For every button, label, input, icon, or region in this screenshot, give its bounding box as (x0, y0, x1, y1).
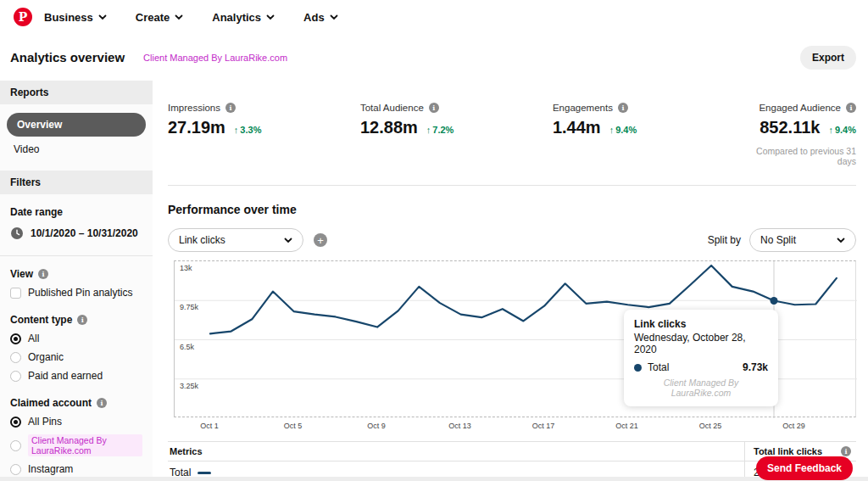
up-arrow-icon: ↑ (426, 125, 431, 135)
info-icon[interactable]: i (77, 315, 87, 325)
chevron-down-icon (330, 13, 338, 21)
radio[interactable] (10, 371, 21, 382)
radio[interactable] (10, 352, 21, 363)
stat-delta: ↑7.2% (426, 125, 454, 135)
metrics-table: Metrics Total link clicks i Total 280,23… (168, 441, 856, 481)
option-client-managed[interactable]: Client Managed By LauraRike.com (0, 431, 153, 460)
option-content-paid-earned[interactable]: Paid and earned (0, 366, 153, 385)
nav-item-analytics[interactable]: Analytics (212, 11, 275, 24)
chevron-down-icon (284, 236, 292, 244)
nav-item-ads[interactable]: Ads (303, 11, 338, 24)
x-tick-label: Oct 13 (448, 422, 471, 430)
chart-x-axis-labels: Oct 1Oct 5Oct 9Oct 13Oct 17Oct 21Oct 25O… (174, 417, 856, 433)
chart-tooltip: Link clicks Wednesday, October 28, 2020 … (624, 310, 778, 406)
stat-value: 27.19m (168, 118, 225, 137)
date-range-picker[interactable]: 10/1/2020 – 10/31/2020 (0, 221, 153, 249)
info-icon[interactable]: i (846, 103, 856, 113)
info-icon[interactable]: i (429, 103, 439, 113)
radio-selected[interactable] (10, 417, 21, 428)
y-tick-label: 13k (180, 264, 192, 272)
x-tick-label: Oct 9 (367, 422, 386, 430)
radio-selected[interactable] (10, 333, 21, 344)
x-tick-label: Oct 1 (200, 422, 219, 430)
split-by-label: Split by (708, 234, 741, 246)
add-metric-button[interactable]: + (314, 233, 327, 247)
stat-value: 12.88m (360, 118, 418, 137)
y-tick-label: 6.5k (180, 343, 195, 351)
page-header: Analytics overview Client Managed By Lau… (0, 34, 868, 81)
metric-dropdown[interactable]: Link clicks (168, 228, 303, 252)
table-header-row: Metrics Total link clicks i (168, 442, 856, 461)
date-range-label: Date range (0, 194, 153, 221)
info-icon[interactable]: i (841, 446, 851, 456)
sidebar: Reports Overview Video Filters Date rang… (0, 81, 153, 481)
stat-delta: ↑9.4% (609, 125, 637, 135)
nav-item-label: Ads (303, 11, 325, 24)
option-published-pin-analytics[interactable]: Published Pin analytics (0, 283, 153, 302)
info-icon[interactable]: i (618, 103, 628, 113)
chevron-down-icon (98, 13, 107, 21)
chevron-down-icon (175, 13, 183, 21)
stat-value: 852.11k (760, 118, 820, 137)
sidebar-item-overview[interactable]: Overview (7, 113, 146, 137)
stats-row: Impressionsi 27.19m ↑3.3% Total Audience… (168, 81, 856, 166)
bottom-strip (0, 477, 868, 481)
split-by-dropdown[interactable]: No Split (749, 228, 856, 252)
chevron-down-icon (837, 236, 845, 244)
up-arrow-icon: ↑ (828, 125, 833, 135)
option-instagram[interactable]: Instagram (0, 460, 153, 478)
info-icon[interactable]: i (97, 398, 107, 408)
tooltip-series-label: Total (648, 361, 669, 373)
page-title: Analytics overview (10, 50, 125, 64)
send-feedback-button[interactable]: Send Feedback (756, 456, 853, 480)
tooltip-value: 9.73k (743, 361, 768, 373)
radio[interactable] (10, 464, 21, 475)
nav-item-label: Business (44, 11, 93, 24)
value-column-header: Total link clicks (754, 446, 822, 456)
tooltip-date: Wednesday, October 28, 2020 (634, 332, 768, 355)
option-content-organic[interactable]: Organic (0, 348, 153, 366)
metrics-column-header: Metrics (170, 446, 203, 456)
nav-item-label: Create (136, 11, 170, 24)
claimed-account-label: Claimed account i (0, 385, 153, 412)
export-button[interactable]: Export (800, 46, 856, 70)
stat-engaged-audience: Engaged Audiencei 852.11k ↑9.4% Compared… (737, 103, 856, 166)
option-content-all[interactable]: All (0, 329, 153, 348)
y-tick-label: 3.25k (180, 382, 199, 390)
view-label: View i (0, 256, 153, 283)
x-tick-label: Oct 25 (699, 422, 722, 430)
divider (168, 185, 856, 186)
stat-delta: ↑3.3% (234, 125, 262, 135)
radio[interactable] (10, 440, 21, 451)
nav-item-label: Analytics (212, 11, 261, 24)
reports-section-header: Reports (0, 81, 153, 104)
compare-note: Compared to previous 31 days (737, 146, 856, 166)
performance-line-chart[interactable]: 3.25k6.5k9.75k13k Link clicks Wednesday,… (174, 260, 856, 417)
nav-item-business[interactable]: Business (44, 11, 107, 24)
sidebar-item-video[interactable]: Video (0, 137, 153, 159)
stat-total-audience: Total Audiencei 12.88m ↑7.2% (360, 103, 553, 166)
info-icon[interactable]: i (38, 269, 48, 279)
up-arrow-icon: ↑ (609, 125, 615, 135)
up-arrow-icon: ↑ (234, 125, 239, 135)
clock-icon (10, 227, 24, 240)
legend-line-icon (198, 472, 211, 474)
tooltip-footnote: Client Managed By LauraRike.com (634, 378, 768, 398)
stat-engagements: Engagementsi 1.44m ↑9.4% (553, 103, 737, 166)
tooltip-title: Link clicks (634, 318, 768, 330)
option-all-pins[interactable]: All Pins (0, 412, 153, 431)
stat-delta: ↑9.4% (828, 125, 856, 135)
main-content: Impressionsi 27.19m ↑3.3% Total Audience… (153, 81, 868, 481)
stat-value: 1.44m (553, 118, 601, 137)
performance-section-title: Performance over time (168, 203, 856, 216)
nav-item-create[interactable]: Create (136, 11, 183, 24)
checkbox[interactable] (10, 288, 21, 299)
info-icon[interactable]: i (225, 103, 236, 113)
content-type-label: Content type i (0, 302, 153, 329)
top-nav: P Business Create Analytics Ads (0, 0, 868, 34)
series-dot-icon (634, 364, 642, 372)
x-tick-label: Oct 5 (284, 422, 303, 430)
highlighted-data-point[interactable] (771, 297, 778, 305)
pinterest-logo-icon[interactable]: P (14, 8, 32, 26)
x-tick-label: Oct 21 (615, 422, 638, 430)
